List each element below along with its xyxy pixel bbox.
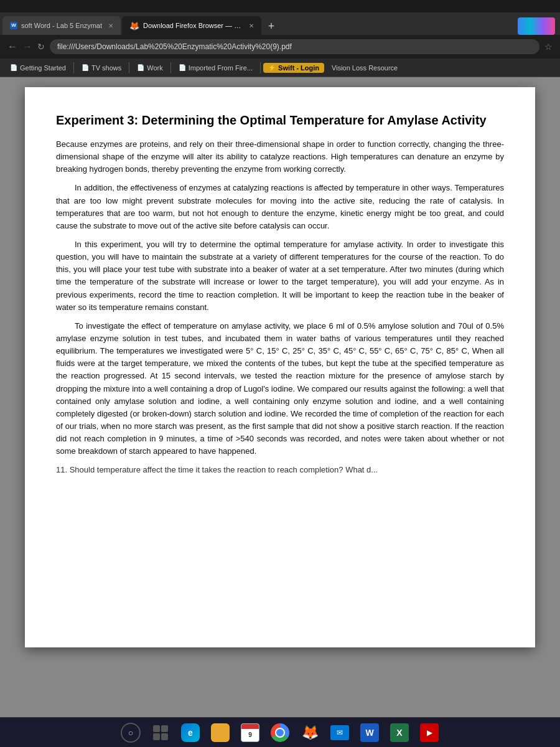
bookmark-tv-icon: 📄 [82,64,89,71]
pdf-page: Experiment 3: Determining the Optimal Te… [25,87,535,647]
app-icon: ▶ [420,723,439,742]
pdf-title: Experiment 3: Determining the Optimal Te… [56,112,504,128]
bookmark-star[interactable]: ☆ [544,42,553,52]
back-button[interactable]: ← [7,41,17,52]
tab-word-label: soft Word - Lab 5 Enzymat [21,22,102,29]
tab-word[interactable]: W soft Word - Lab 5 Enzymat ✕ [2,16,121,35]
taskview-icon [153,725,168,740]
search-icon: ○ [121,723,141,743]
excel-icon: X [390,723,409,742]
taskbar-files[interactable] [208,720,233,745]
word-icon: W [360,723,379,742]
bookmark-swift-label: Swift - Login [278,64,319,72]
bookmark-divider-1 [73,62,74,73]
taskbar-excel[interactable]: X [387,720,412,745]
bookmarks-bar: 📄 Getting Started 📄 TV shows 📄 Work 📄 Im… [0,59,560,77]
address-input[interactable] [50,39,539,54]
bookmark-imported-icon: 📄 [179,64,186,71]
word-tab-icon: W [10,22,17,29]
taskbar-chrome[interactable] [268,720,292,745]
bookmark-vision[interactable]: Vision Loss Resource [327,62,403,73]
calendar-icon: 9 [241,723,259,742]
profile-area [518,17,555,35]
firefox-icon: 🦊 [302,725,319,741]
title-bar-controls [518,17,560,35]
taskbar-firefox[interactable]: 🦊 [297,720,322,745]
tab-firefox[interactable]: 🦊 Download Firefox Browser — Fas ✕ [122,16,261,35]
system-top-bar [0,0,560,12]
pdf-paragraph-3: In this experiment, you will try to dete… [56,238,504,314]
bookmark-getting-started-label: Getting Started [20,64,66,72]
pdf-paragraph-2: In addition, the effectiveness of enzyme… [56,182,504,232]
taskbar-taskview[interactable] [148,720,173,745]
tab-word-close[interactable]: ✕ [108,22,113,29]
files-icon [211,723,230,742]
bookmark-divider-3 [170,62,171,73]
tab-firefox-label: Download Firefox Browser — Fas [143,22,243,29]
address-bar: ← → ↻ ☆ [0,35,560,59]
bookmark-work-label: Work [147,64,162,72]
calendar-body: 9 [241,729,259,741]
bookmark-tv-label: TV shows [91,64,121,72]
taskbar-app[interactable]: ▶ [417,720,442,745]
bookmark-divider-2 [129,62,129,73]
taskbar-word[interactable]: W [357,720,382,745]
taskbar-edge[interactable]: e [178,720,203,745]
bookmark-getting-started-icon: 📄 [10,64,17,71]
pdf-paragraph-1: Because enzymes are proteins, and rely o… [56,138,504,176]
bookmark-work-icon: 📄 [137,64,144,71]
new-tab-button[interactable]: + [263,17,280,35]
pdf-content-area: Experiment 3: Determining the Optimal Te… [0,77,560,730]
swift-icon: ⚡ [268,64,276,71]
bookmark-getting-started[interactable]: 📄 Getting Started [5,62,71,73]
pdf-cutoff-text: 11. Should temperature affect the time i… [56,464,504,476]
firefox-tab-icon: 🦊 [129,21,139,31]
bookmark-tv-shows[interactable]: 📄 TV shows [77,62,126,73]
pdf-paragraph-4: To investigate the effect of temperature… [56,320,504,458]
taskbar-mail[interactable]: ✉ [327,720,352,745]
bookmark-imported-label: Imported From Fire... [189,64,253,72]
pdf-body: Because enzymes are proteins, and rely o… [56,138,504,477]
tab-firefox-close[interactable]: ✕ [249,22,254,29]
taskbar: ○ e 9 🦊 ✉ W X ▶ [0,717,560,747]
forward-button[interactable]: → [22,41,32,52]
taskbar-search[interactable]: ○ [118,720,143,745]
mail-icon: ✉ [330,725,349,740]
edge-icon: e [181,723,200,742]
bookmark-imported[interactable]: 📄 Imported From Fire... [174,62,258,73]
bookmark-swift[interactable]: ⚡ Swift - Login [263,63,324,73]
browser-tabs-row: W soft Word - Lab 5 Enzymat ✕ 🦊 Download… [0,12,560,35]
bookmark-divider-4 [260,62,261,73]
bookmark-work[interactable]: 📄 Work [132,62,167,73]
chrome-icon [271,723,289,742]
taskbar-calendar[interactable]: 9 [238,720,263,745]
calendar-top [241,724,259,729]
reload-button[interactable]: ↻ [37,42,45,52]
bookmark-vision-label: Vision Loss Resource [332,64,398,72]
